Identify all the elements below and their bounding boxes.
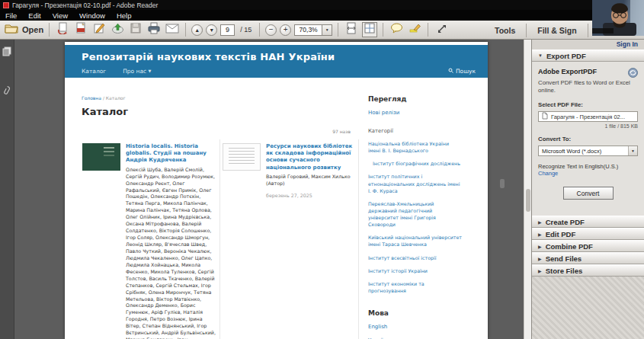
item-title-link: Ресурси наукових бібліотек як складова і…	[266, 143, 356, 171]
envelope-icon	[165, 23, 179, 37]
create-pdf-icon	[75, 22, 88, 37]
select-file-label: Select PDF File:	[538, 101, 638, 108]
convert-to-label: Convert To:	[538, 136, 638, 142]
send-files-section-header[interactable]: ▶ Send Files	[532, 252, 644, 264]
zoom-level-value[interactable]: 70,3%	[294, 24, 322, 36]
service-description: Convert PDF files to Word or Excel onlin…	[538, 79, 638, 94]
zoom-in-button[interactable]: +	[280, 24, 291, 36]
categories-heading: Категорії	[368, 128, 463, 134]
add-sticky-note-button[interactable]	[389, 22, 404, 37]
site-header: Репозитарій наукових текстів НАН України…	[65, 45, 488, 78]
convert-pdf-icon	[56, 22, 69, 37]
email-button[interactable]	[165, 22, 180, 37]
window-title: Гарагуля - Презентація 02-10.pdf - Adobe…	[12, 2, 158, 9]
menu-help[interactable]: Help	[117, 11, 132, 20]
catalog-sidebar: Перегляд Нові релізи Категорії Національ…	[368, 95, 463, 339]
sign-in-link[interactable]: Sign In	[532, 40, 644, 50]
site-search: Пошук	[448, 68, 476, 75]
export-pdf-section-header[interactable]: ▼ Export PDF	[532, 50, 644, 62]
combine-pdf-section-header[interactable]: ▶ Combine PDF	[532, 240, 644, 252]
triangle-expanded-icon: ▼	[538, 53, 543, 58]
left-navigation-pane	[0, 40, 14, 339]
site-nav: Каталог Про нас ▼	[82, 68, 151, 75]
title-bar: Гарагуля - Презентація 02-10.pdf - Adobe…	[0, 0, 644, 10]
convert-format-value: Microsoft Word (*.docx)	[539, 148, 628, 155]
column-divider	[358, 139, 359, 339]
print-button[interactable]	[146, 22, 162, 37]
convert-button[interactable]: Convert	[563, 187, 614, 200]
book-cover-thumbnail	[82, 143, 120, 171]
catalog-item: Historia localis. Historia globalis. Сту…	[82, 143, 217, 339]
category-link: Київський національний університет імені…	[368, 234, 463, 248]
printer-icon	[147, 22, 161, 37]
create-pdf-section-header[interactable]: ▶ Create PDF	[532, 216, 644, 228]
catalog-item: Ресурси наукових бібліотек як складова і…	[223, 143, 356, 198]
page-view-button[interactable]	[362, 22, 377, 37]
convert-to-pdf-button[interactable]	[55, 22, 70, 37]
highlight-text-button[interactable]	[407, 22, 422, 37]
selected-file-name: Гарагуля - Презентація 02...	[551, 114, 625, 120]
page-number-input[interactable]	[220, 24, 235, 36]
category-link: Інститут політичних і етнонаціональних д…	[368, 173, 463, 193]
scrollbar-thumb[interactable]	[526, 189, 530, 212]
nav-catalog-link: Каталог	[82, 68, 106, 75]
category-link: Інститут економіки та прогнозування	[368, 280, 463, 294]
fill-sign-pane-button[interactable]: Fill & Sign	[529, 26, 585, 35]
document-scrollbar[interactable]	[524, 40, 531, 339]
scrolling-mode-button[interactable]	[344, 22, 359, 37]
previous-page-button[interactable]: ▲	[191, 24, 203, 36]
site-title: Репозитарій наукових текстів НАН України	[82, 51, 335, 62]
page-count-label: / 15	[240, 26, 252, 34]
breadcrumb: Головна / Каталог	[82, 95, 126, 101]
menu-view[interactable]: View	[53, 11, 68, 20]
tools-pane-button[interactable]: Tools	[486, 26, 524, 35]
convert-format-select[interactable]: Microsoft Word (*.docx) ▼	[538, 146, 638, 156]
menu-file[interactable]: File	[5, 11, 17, 20]
item-authors: Валерій Горовий, Максим Хилько (Автор)	[266, 174, 356, 187]
webcam-caption	[592, 28, 614, 34]
zoom-out-button[interactable]: −	[265, 24, 277, 36]
create-pdf-button[interactable]	[73, 22, 88, 37]
document-icon	[542, 112, 548, 121]
search-icon	[448, 68, 453, 75]
selected-file-box[interactable]: Гарагуля - Презентація 02...	[538, 111, 638, 122]
menu-window[interactable]: Window	[79, 11, 105, 20]
menu-bar: File Edit View Window Help	[0, 10, 644, 21]
edit-pdf-section-header[interactable]: ▶ Edit PDF	[532, 228, 644, 240]
file-meta: 1 file / 815 KB	[538, 123, 638, 129]
product-name: Adobe ExportPDF	[538, 68, 638, 75]
two-page-view-icon	[364, 22, 376, 37]
page-thumbnails-button[interactable]	[2, 46, 11, 59]
category-link: Інститут історії України	[368, 267, 463, 274]
category-link: Національна бібліотека України імені В. …	[368, 140, 463, 154]
menu-edit[interactable]: Edit	[28, 11, 40, 20]
highlighter-icon	[409, 23, 421, 37]
zoom-dropdown-button[interactable]: ▼	[322, 24, 332, 36]
adobe-reader-window: Гарагуля - Презентація 02-10.pdf - Adobe…	[0, 0, 644, 339]
next-page-button[interactable]: ▼	[206, 24, 217, 36]
upload-share-button[interactable]	[110, 22, 125, 37]
change-link[interactable]: Change	[538, 170, 638, 177]
triangle-collapsed-icon: ▶	[538, 256, 542, 261]
store-files-section-header[interactable]: ▶ Store Files	[532, 264, 644, 277]
language-link: English	[368, 323, 463, 331]
toolbar-separator	[526, 24, 527, 37]
comment-bubble-icon	[390, 23, 403, 37]
column-divider	[219, 139, 220, 339]
attachments-paperclip-button[interactable]	[2, 85, 11, 99]
triangle-collapsed-icon: ▶	[538, 219, 542, 225]
toolbar-separator	[185, 23, 186, 37]
toolbar-separator	[259, 23, 260, 37]
sign-document-button[interactable]	[91, 22, 107, 37]
category-link: Інститут всесвітньої історії	[368, 254, 463, 261]
panel-collapse-handle[interactable]	[500, 179, 505, 188]
pdf-page[interactable]: Репозитарій наукових текстів НАН України…	[65, 42, 488, 339]
folder-open-icon	[5, 23, 20, 37]
save-button[interactable]	[128, 22, 143, 37]
page-title: Каталог	[82, 106, 128, 117]
recognize-text-label: Recognize Text in English(U.S.)	[538, 163, 638, 170]
fullscreen-button[interactable]	[434, 22, 449, 37]
open-button[interactable]: Open	[5, 22, 43, 37]
tools-panel: Sign In ▼ Export PDF Adobe ExportPDF Con…	[531, 40, 644, 339]
panel-empty-area	[532, 277, 644, 339]
